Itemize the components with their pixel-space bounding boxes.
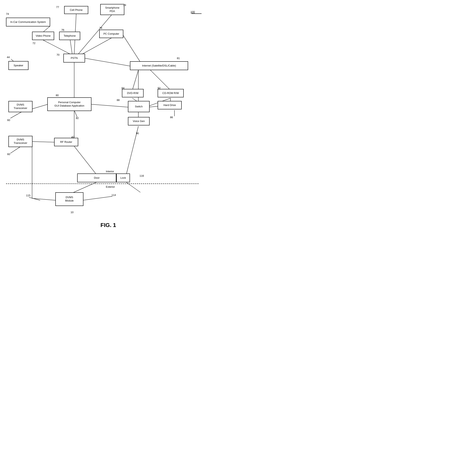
ref-60b: 60	[7, 153, 10, 156]
personal-computer-label: Personal ComputerGUI Database Applicatio…	[54, 101, 84, 108]
internet-label: Internet (Satellite/DSL/Cable)	[142, 64, 176, 68]
svg-line-9	[84, 58, 130, 66]
speaker-box: Speaker	[8, 61, 29, 70]
ref-86: 86	[170, 116, 173, 119]
switch-box: Switch	[128, 101, 150, 112]
interior-label: Interior	[106, 170, 114, 173]
smartphone-pda-label: SmartphonePDA	[105, 6, 119, 13]
ref-60a: 60	[7, 119, 10, 122]
ref-72: 72	[32, 42, 35, 45]
svg-line-5	[70, 40, 72, 54]
ref-115: 115	[26, 194, 30, 197]
ref-70: 70	[57, 53, 59, 56]
video-phone-box: Video Phone	[32, 32, 54, 40]
lock-label: Lock	[120, 176, 126, 180]
ref-114: 114	[112, 193, 116, 197]
dvms-transceiver2-box: DVMSTransceiver	[8, 136, 32, 147]
ref-44: 44	[7, 56, 10, 59]
ref-79: 79	[123, 4, 126, 7]
cell-phone-box: Cell Phone	[64, 6, 88, 14]
exterior-label: Exterior	[106, 185, 115, 188]
svg-line-25	[74, 146, 96, 174]
ref-78: 78	[99, 26, 102, 29]
door-box: Door	[77, 174, 116, 182]
ref-80: 80	[56, 94, 59, 97]
svg-line-3	[43, 26, 50, 32]
svg-line-35	[82, 196, 112, 200]
svg-line-17	[148, 106, 158, 107]
svg-line-4	[43, 40, 70, 54]
svg-line-6	[82, 38, 111, 54]
ref-90: 90	[136, 132, 139, 135]
door-label: Door	[94, 176, 100, 180]
dvd-rw-label: DVD-R/W	[127, 92, 138, 95]
ref-92: 92	[158, 87, 160, 90]
ref-10: 10	[71, 211, 73, 214]
lock-box: Lock	[116, 174, 130, 182]
dvms-transceiver1-box: DVMSTransceiver	[8, 101, 32, 112]
hard-drive-box: Hard Drive	[158, 101, 182, 109]
switch-label: Switch	[135, 105, 142, 108]
svg-line-12	[132, 70, 138, 90]
dvms-module-box: DVMSModule	[55, 192, 83, 206]
rf-router-box: RF Router	[54, 138, 78, 146]
ref-77: 77	[56, 6, 59, 9]
svg-line-10	[122, 34, 140, 62]
in-car-box: In-Car Communication System	[6, 18, 50, 26]
personal-computer-box: Personal ComputerGUI Database Applicatio…	[47, 97, 91, 111]
svg-line-29	[32, 198, 56, 200]
ref-42: 42	[71, 135, 74, 139]
cd-rom-box: CD-ROM R/W	[158, 89, 184, 97]
voice-gen-box: Voice Gen	[128, 117, 150, 125]
pstn-box: PSTN	[63, 54, 85, 63]
ref-82: 82	[76, 116, 79, 120]
svg-line-33	[74, 110, 77, 117]
smartphone-pda-box: SmartphonePDA	[100, 4, 124, 15]
voice-gen-label: Voice Gen	[133, 120, 145, 123]
dvms-module-label: DVMSModule	[65, 196, 74, 203]
svg-line-19	[90, 104, 128, 107]
interior-exterior-divider	[6, 184, 199, 184]
cell-phone-label: Cell Phone	[70, 8, 83, 12]
dvms-transceiver2-label: DVMSTransceiver	[14, 138, 27, 145]
ref-84: 84	[122, 87, 124, 90]
telephone-box: Telephone	[59, 32, 80, 40]
ref-88: 88	[117, 99, 119, 102]
rf-router-label: RF Router	[60, 140, 72, 144]
internet-box: Internet (Satellite/DSL/Cable)	[130, 61, 188, 70]
speaker-label: Speaker	[14, 64, 23, 67]
ref-74: 74	[6, 12, 9, 15]
pc-computer-box: PC Computer	[99, 30, 123, 38]
svg-line-30	[29, 197, 40, 200]
hard-drive-label: Hard Drive	[163, 104, 176, 107]
in-car-label: In-Car Communication System	[10, 20, 46, 24]
ref-100: 100	[190, 10, 195, 13]
telephone-label: Telephone	[64, 34, 76, 38]
video-phone-label: Video Phone	[36, 34, 51, 38]
dvms-transceiver1-label: DVMSTransceiver	[14, 103, 27, 110]
dvd-rw-box: DVD-R/W	[122, 89, 144, 97]
pc-computer-label: PC Computer	[103, 32, 119, 36]
cd-rom-label: CD-ROM R/W	[162, 92, 179, 95]
svg-line-22	[10, 112, 21, 118]
figure-label: FIG. 1	[88, 222, 128, 228]
ref-76: 76	[61, 29, 64, 31]
ref-81: 81	[177, 57, 180, 60]
ref-116: 116	[140, 174, 144, 177]
pstn-label: PSTN	[71, 57, 78, 60]
diagram: Cell Phone SmartphonePDA In-Car Communic…	[0, 0, 225, 238]
svg-line-24	[10, 146, 21, 153]
